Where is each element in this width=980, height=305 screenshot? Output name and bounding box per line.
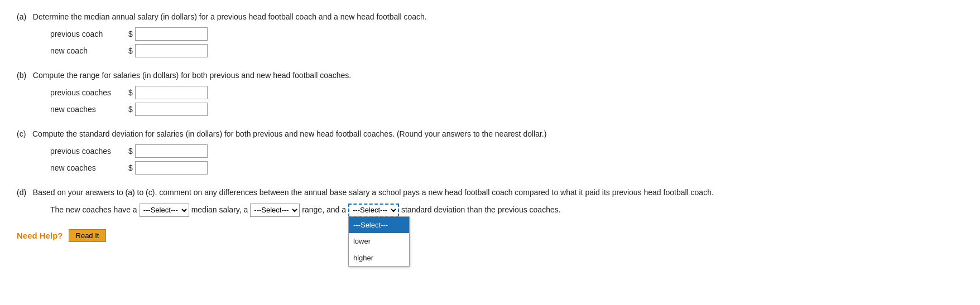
dollar-sign-a-prev: $: [128, 30, 133, 38]
part-b-section: (b) Compute the range for salaries (in d…: [17, 70, 963, 116]
part-c-prev-label: previous coaches: [50, 147, 128, 156]
dollar-sign-a-new: $: [128, 46, 133, 55]
need-help-section: Need Help? Read It: [17, 229, 963, 242]
select3-dropdown-option-higher[interactable]: higher: [349, 250, 409, 266]
need-help-label: Need Help?: [17, 231, 63, 240]
part-a-section: (a) Determine the median annual salary (…: [17, 11, 963, 57]
part-d-select3[interactable]: ---Select--- lower higher: [348, 204, 399, 217]
read-it-button[interactable]: Read It: [69, 229, 107, 242]
select3-dropdown-option-default[interactable]: ---Select---: [349, 217, 409, 233]
part-b-prev-label: previous coaches: [50, 88, 128, 97]
part-c-title: (c) Compute the standard deviation for s…: [17, 128, 963, 140]
dollar-sign-b-new: $: [128, 105, 133, 114]
part-d-sentence-start: The new coaches have a: [50, 203, 137, 217]
part-b-prev-input[interactable]: [135, 86, 208, 99]
part-c-new-row: new coaches $: [50, 161, 963, 175]
part-c-description: Compute the standard deviation for salar…: [32, 129, 546, 138]
part-a-prev-label: previous coach: [50, 30, 128, 38]
part-c-new-input[interactable]: [135, 161, 208, 175]
part-d-select2[interactable]: ---Select--- lower higher: [250, 204, 300, 217]
part-a-new-row: new coach $: [50, 44, 963, 57]
part-d-sentence: The new coaches have a ---Select--- lowe…: [50, 203, 963, 217]
part-d-section: (d) Based on your answers to (a) to (c),…: [17, 187, 963, 217]
dollar-sign-b-prev: $: [128, 88, 133, 97]
part-c-section: (c) Compute the standard deviation for s…: [17, 128, 963, 175]
part-d-description: Based on your answers to (a) to (c), com…: [33, 188, 714, 197]
part-d-select3-dropdown: ---Select--- lower higher: [348, 216, 410, 267]
part-c-label: (c): [17, 129, 26, 138]
part-b-prev-row: previous coaches $: [50, 86, 963, 99]
part-a-label: (a): [17, 12, 26, 21]
part-d-select1[interactable]: ---Select--- lower higher: [140, 204, 189, 217]
select3-dropdown-option-lower[interactable]: lower: [349, 233, 409, 249]
part-b-new-row: new coaches $: [50, 103, 963, 116]
part-b-new-input[interactable]: [135, 103, 208, 116]
part-d-label: (d): [17, 188, 26, 197]
part-c-new-label: new coaches: [50, 163, 128, 172]
part-d-sentence-mid1: median salary, a: [191, 203, 248, 217]
part-a-new-label: new coach: [50, 46, 128, 55]
dollar-sign-c-prev: $: [128, 147, 133, 156]
part-b-label: (b): [17, 71, 26, 80]
part-a-title: (a) Determine the median annual salary (…: [17, 11, 963, 23]
part-a-prev-row: previous coach $: [50, 27, 963, 41]
part-d-title: (d) Based on your answers to (a) to (c),…: [17, 187, 963, 199]
part-a-description: Determine the median annual salary (in d…: [33, 12, 427, 21]
part-b-description: Compute the range for salaries (in dolla…: [33, 71, 351, 80]
part-c-prev-row: previous coaches $: [50, 144, 963, 158]
part-a-prev-input[interactable]: [135, 27, 208, 41]
part-a-new-input[interactable]: [135, 44, 208, 57]
dollar-sign-c-new: $: [128, 163, 133, 172]
part-d-select3-wrapper: ---Select--- lower higher ---Select--- l…: [348, 203, 399, 217]
part-d-sentence-mid2: range, and a: [302, 203, 346, 217]
part-d-sentence-end: standard deviation than the previous coa…: [401, 203, 561, 217]
part-b-new-label: new coaches: [50, 105, 128, 114]
part-c-prev-input[interactable]: [135, 144, 208, 158]
part-b-title: (b) Compute the range for salaries (in d…: [17, 70, 963, 81]
